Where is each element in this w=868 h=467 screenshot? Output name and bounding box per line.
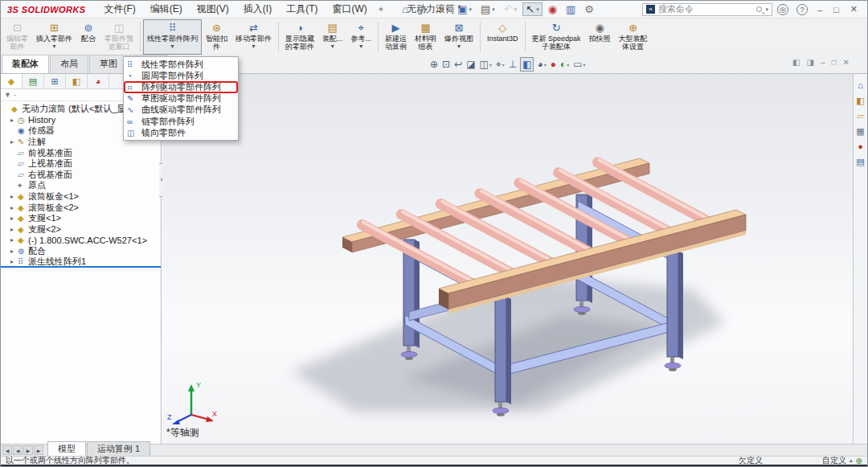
menu-circular-component-pattern[interactable]: ◔ 圆周零部件阵列 xyxy=(124,70,238,81)
rebuild-traffic-light-icon[interactable]: ◉ xyxy=(545,2,560,16)
expand-arrow-icon[interactable]: ▸ xyxy=(10,204,18,211)
edit-component-button[interactable]: ⊡ 编辑零 部件 ▼ xyxy=(2,19,32,55)
display-style-icon[interactable]: ◧ xyxy=(520,57,534,72)
new-file-icon[interactable]: ▯ xyxy=(414,2,431,16)
dropdown-arrow-icon[interactable]: ▼ xyxy=(170,43,175,49)
print-icon[interactable]: ▤ xyxy=(477,2,498,16)
reference-geometry-button[interactable]: ⌖ 参考... ▼ xyxy=(347,19,376,55)
view-orientation-icon[interactable]: ⌖ xyxy=(495,59,506,70)
tab-sketch[interactable]: 草图 xyxy=(89,55,128,73)
expand-arrow-icon[interactable]: ▸ xyxy=(10,215,18,222)
menu-item[interactable]: 文件(F) xyxy=(97,1,143,18)
dropdown-arrow-icon[interactable]: ▼ xyxy=(330,43,335,49)
search-input[interactable]: » 搜索命令 ▾ xyxy=(642,3,772,16)
tree-top-plane[interactable]: ▱ 上视基准面 xyxy=(1,158,161,170)
pane-left-icon[interactable]: ◧ xyxy=(792,58,800,67)
take-snapshot-button[interactable]: ◉ 拍快照 ▼ xyxy=(585,19,615,55)
dropdown-arrow-icon[interactable]: ▼ xyxy=(51,43,57,49)
menu-mirror-components[interactable]: ◫ 镜向零部件 xyxy=(124,127,238,138)
performance-report-icon[interactable]: ▥ xyxy=(563,2,579,16)
large-assembly-settings-button[interactable]: ⊕ 大型装配 体设置 ▼ xyxy=(615,19,652,55)
expand-arrow-icon[interactable]: ▸ xyxy=(10,117,18,124)
ribbon-button[interactable]: ▼ xyxy=(480,22,481,52)
custom-properties-icon[interactable]: ▤ xyxy=(856,157,864,166)
apply-scene-icon[interactable]: ◐ xyxy=(559,59,570,70)
expand-arrow-icon[interactable]: ▸ xyxy=(10,193,18,200)
tree-roller-sheetmetal-2[interactable]: ▸ ◆ 滚筒板金<2> xyxy=(1,202,161,213)
menu-pattern-driven-component-pattern[interactable]: ⠶ 阵列驱动零部件阵列 xyxy=(124,81,238,92)
home-icon[interactable]: ⌂ xyxy=(399,2,411,16)
help-icon[interactable]: ? xyxy=(796,4,808,15)
smart-fasteners-button[interactable]: ⊛ 智能扣 件 ▼ xyxy=(202,19,231,55)
dynamic-annotation-views-icon[interactable]: ◫ xyxy=(479,59,493,70)
design-library-icon[interactable]: ◧ xyxy=(856,96,864,105)
menu-item[interactable]: 插入(I) xyxy=(236,1,279,18)
dimxpertmanager-tab[interactable]: ◧ xyxy=(66,74,88,88)
filter-icon[interactable]: ▼ xyxy=(4,91,11,99)
previous-view-icon[interactable]: ↩ xyxy=(453,59,463,70)
menu-chain-component-pattern[interactable]: ∞ 链零部件阵列 xyxy=(124,116,238,127)
nav-last-icon[interactable]: ▶ xyxy=(34,445,43,455)
dropdown-arrow-icon[interactable]: ▼ xyxy=(251,43,256,49)
tab-model[interactable]: 模型 xyxy=(47,441,86,456)
expand-arrow-icon[interactable]: ▸ xyxy=(10,138,18,145)
restore-button[interactable]: □ xyxy=(829,4,844,15)
minimize-button[interactable]: – xyxy=(813,4,827,15)
zoom-to-area-icon[interactable]: ⊡ xyxy=(441,59,451,70)
move-component-button[interactable]: ⇄ 移动零部件 ▼ xyxy=(231,19,276,55)
graphics-viewport[interactable]: Y X Z *等轴测 xyxy=(162,74,853,444)
tree-origin[interactable]: ⌖ 原点 xyxy=(1,180,161,191)
close-button[interactable]: ✕ xyxy=(845,3,862,15)
custom-status[interactable]: 自定义 xyxy=(822,455,846,466)
status-dropdown-icon[interactable]: ▴ xyxy=(850,457,853,464)
update-speedpak-button[interactable]: ↻ 更新 Speedpak 子装配体 ▼ xyxy=(528,19,585,55)
bill-of-materials-button[interactable]: ▦ 材料明 细表 ▼ xyxy=(411,19,440,55)
exploded-view-button[interactable]: ⊠ 爆炸视图 ▼ xyxy=(440,19,477,55)
insert-components-button[interactable]: ⊞ 插入零部件 ▼ xyxy=(32,19,76,55)
propertymanager-tab[interactable]: ▤ xyxy=(23,74,44,88)
expand-arrow-icon[interactable]: ▸ xyxy=(10,258,18,265)
view-palette-icon[interactable]: ▦ xyxy=(856,126,864,136)
expand-arrow-icon[interactable]: ▸ xyxy=(10,226,18,233)
user-account-icon[interactable]: ◎ xyxy=(777,4,788,15)
nav-next-icon[interactable]: ▶ xyxy=(23,445,33,455)
assembly-features-button[interactable]: ▤ 装配... ▼ xyxy=(318,19,347,55)
file-explorer-icon[interactable]: ▱ xyxy=(857,111,863,121)
mate-button[interactable]: ⊚ 配合 ▼ xyxy=(76,19,100,55)
view-settings-icon[interactable]: ▭ xyxy=(572,59,586,70)
dropdown-arrow-icon[interactable]: ▼ xyxy=(457,43,462,49)
hide-show-items-icon[interactable]: ◕ xyxy=(536,59,547,70)
edit-appearance-icon[interactable]: ● xyxy=(550,59,557,70)
component-preview-window-button[interactable]: ◫ 零部件预 览窗口 ▼ xyxy=(100,19,137,55)
select-tool-icon[interactable]: ↖ xyxy=(522,2,542,16)
tree-leg-1[interactable]: ▸ ◆ 支腿<1> xyxy=(1,213,161,224)
3d-model-roller-conveyor[interactable] xyxy=(162,74,854,445)
menu-item[interactable]: 窗口(W) xyxy=(325,1,374,18)
configurationmanager-tab[interactable]: ⊞ xyxy=(44,74,66,88)
tree-derived-linear-pattern-1[interactable]: ▸ ⠿ 派生线性阵列1 xyxy=(1,256,161,268)
menu-item[interactable]: 编辑(E) xyxy=(143,1,190,18)
menu-sketch-driven-component-pattern[interactable]: ✎ 草图驱动零部件阵列 xyxy=(124,93,238,104)
doc-close-icon[interactable]: ✕ xyxy=(843,58,850,67)
menu-linear-component-pattern[interactable]: ⠿ 线性零部件阵列 xyxy=(124,59,238,70)
appearances-scenes-icon[interactable]: ● xyxy=(858,141,863,151)
tree-front-plane[interactable]: ▱ 前视基准面 xyxy=(1,147,161,158)
doc-minimize-icon[interactable]: – xyxy=(821,58,825,67)
menu-item[interactable]: 视图(V) xyxy=(190,1,236,18)
ribbon-button[interactable]: ▼ xyxy=(525,22,526,52)
solidworks-resources-icon[interactable]: ⌂ xyxy=(858,80,863,90)
show-hidden-components-button[interactable]: ◑ 显示隐藏 的零部件 ▼ xyxy=(281,19,318,55)
nav-prev-icon[interactable]: ◀ xyxy=(13,445,23,455)
search-dropdown-icon[interactable]: ▾ xyxy=(765,6,768,13)
tree-acc-w527[interactable]: ▸ ◆ (-) 1.800.SWC.ACC-W527<1> xyxy=(1,235,161,246)
expand-arrow-icon[interactable]: ▸ xyxy=(10,236,18,244)
save-icon[interactable]: ▣ xyxy=(454,2,475,16)
ribbon-button[interactable]: ▼ xyxy=(140,22,141,52)
nav-first-icon[interactable]: ◀ xyxy=(2,445,12,455)
tree-roller-sheetmetal-1[interactable]: ▸ ◆ 滚筒板金<1> xyxy=(1,191,161,203)
instant3d-button[interactable]: ◇ Instant3D ▼ xyxy=(483,19,522,55)
tree-leg-2[interactable]: ▸ ◆ 支腿<2> xyxy=(1,224,161,236)
status-globe-icon[interactable]: ⊕ xyxy=(856,457,862,465)
tree-right-plane[interactable]: ▱ 右视基准面 xyxy=(1,170,161,181)
linear-component-pattern-button[interactable]: ⠿ 线性零部件阵列 ▼ xyxy=(143,19,202,55)
